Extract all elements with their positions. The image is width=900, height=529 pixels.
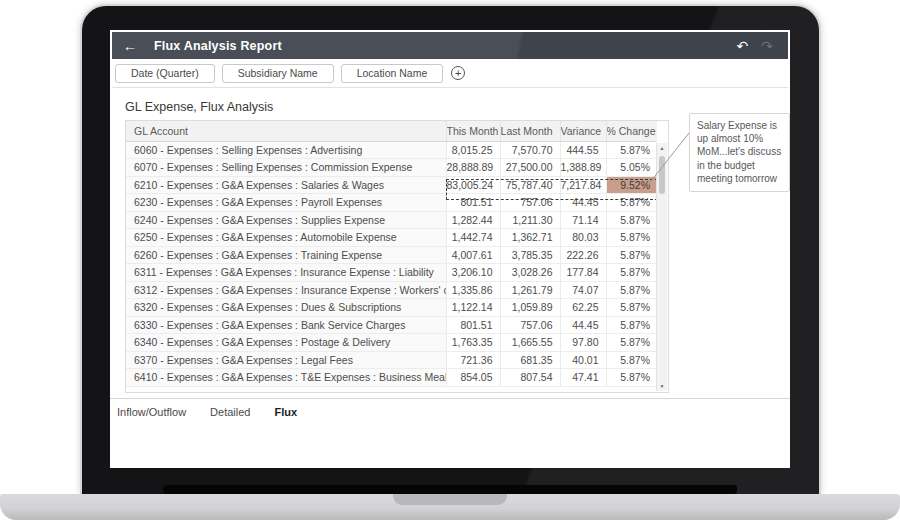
value-cell[interactable]: 681.35 <box>500 351 560 369</box>
value-cell[interactable]: 222.26 <box>560 246 606 264</box>
filter-chip-subsidiary-name[interactable]: Subsidiary Name <box>222 64 334 83</box>
gl-account-cell[interactable]: 6260 - Expenses : G&A Expenses : Trainin… <box>126 246 446 264</box>
value-cell[interactable]: 854.05 <box>446 369 500 387</box>
value-cell[interactable]: 40.01 <box>560 351 606 369</box>
gl-account-cell[interactable]: 6250 - Expenses : G&A Expenses : Automob… <box>126 229 446 247</box>
tab-flux[interactable]: Flux <box>274 406 297 418</box>
gl-account-cell[interactable]: 6240 - Expenses : G&A Expenses : Supplie… <box>126 211 446 229</box>
tab-detailed[interactable]: Detailed <box>210 406 250 418</box>
back-arrow-icon[interactable]: ← <box>123 39 137 53</box>
tab-inflow-outflow[interactable]: Inflow/Outflow <box>117 406 186 418</box>
value-cell[interactable]: 62.25 <box>560 299 606 317</box>
redo-icon[interactable]: ↷ <box>761 38 773 54</box>
column-header-this-month[interactable]: This Month <box>446 121 500 141</box>
gl-account-cell[interactable]: 6410 - Expenses : G&A Expenses : T&E Exp… <box>126 369 446 387</box>
value-cell[interactable]: 7,570.70 <box>500 141 560 159</box>
value-cell[interactable]: 1,211.30 <box>500 211 560 229</box>
value-cell[interactable]: 1,665.55 <box>500 334 560 352</box>
table-row[interactable]: 6370 - Expenses : G&A Expenses : Legal F… <box>126 351 657 369</box>
value-cell[interactable]: 28,888.89 <box>446 159 500 177</box>
value-cell[interactable]: 1,059.89 <box>500 299 560 317</box>
table-row[interactable]: 6312 - Expenses : G&A Expenses : Insuran… <box>126 281 657 299</box>
gl-account-cell[interactable]: 6311 - Expenses : G&A Expenses : Insuran… <box>126 264 446 282</box>
table-row[interactable]: 6240 - Expenses : G&A Expenses : Supplie… <box>126 211 657 229</box>
scroll-down-icon[interactable]: ▼ <box>657 383 667 389</box>
value-cell[interactable]: 4,007.61 <box>446 246 500 264</box>
value-cell[interactable]: 1,388.89 <box>560 159 606 177</box>
gl-account-cell[interactable]: 6060 - Expenses : Selling Expenses : Adv… <box>126 141 446 159</box>
table-row[interactable]: 6210 - Expenses : G&A Expenses : Salarie… <box>126 176 657 194</box>
filter-chip-date-quarter-[interactable]: Date (Quarter) <box>115 64 215 83</box>
gl-account-cell[interactable]: 6370 - Expenses : G&A Expenses : Legal F… <box>126 351 446 369</box>
gl-account-cell[interactable]: 6312 - Expenses : G&A Expenses : Insuran… <box>126 281 446 299</box>
value-cell[interactable]: 1,261.79 <box>500 281 560 299</box>
table-row[interactable]: 6070 - Expenses : Selling Expenses : Com… <box>126 159 657 177</box>
undo-icon[interactable]: ↶ <box>737 38 749 54</box>
gl-account-cell[interactable]: 6330 - Expenses : G&A Expenses : Bank Se… <box>126 316 446 334</box>
table-row[interactable]: 6260 - Expenses : G&A Expenses : Trainin… <box>126 246 657 264</box>
scroll-up-icon[interactable]: ▲ <box>657 145 667 151</box>
table-row[interactable]: 6330 - Expenses : G&A Expenses : Bank Se… <box>126 316 657 334</box>
table-row[interactable]: 6250 - Expenses : G&A Expenses : Automob… <box>126 229 657 247</box>
value-cell[interactable]: 757.06 <box>500 316 560 334</box>
table-row[interactable]: 6320 - Expenses : G&A Expenses : Dues & … <box>126 299 657 317</box>
value-cell[interactable]: 44.45 <box>560 194 606 212</box>
column-header-gl-account[interactable]: GL Account <box>126 121 446 141</box>
value-cell[interactable]: 7,217.84 <box>560 176 606 194</box>
value-cell[interactable]: 1,335.86 <box>446 281 500 299</box>
value-cell[interactable]: 5.87% <box>606 141 657 159</box>
value-cell[interactable]: 3,206.10 <box>446 264 500 282</box>
value-cell[interactable]: 757.06 <box>500 194 560 212</box>
value-cell[interactable]: 444.55 <box>560 141 606 159</box>
value-cell[interactable]: 5.87% <box>606 211 657 229</box>
value-cell[interactable]: 801.51 <box>446 194 500 212</box>
filter-chip-location-name[interactable]: Location Name <box>341 64 444 83</box>
table-row[interactable]: 6340 - Expenses : G&A Expenses : Postage… <box>126 334 657 352</box>
value-cell[interactable]: 47.41 <box>560 369 606 387</box>
value-cell[interactable]: 8,015.25 <box>446 141 500 159</box>
value-cell[interactable]: 5.87% <box>606 246 657 264</box>
table-row[interactable]: 6060 - Expenses : Selling Expenses : Adv… <box>126 141 657 159</box>
value-cell[interactable]: 5.87% <box>606 281 657 299</box>
value-cell[interactable]: 5.87% <box>606 229 657 247</box>
value-cell[interactable]: 721.36 <box>446 351 500 369</box>
value-cell[interactable]: 5.05% <box>606 159 657 177</box>
table-row[interactable]: 6311 - Expenses : G&A Expenses : Insuran… <box>126 264 657 282</box>
scrollbar-thumb[interactable] <box>659 156 665 194</box>
value-cell[interactable]: 1,282.44 <box>446 211 500 229</box>
value-cell[interactable]: 3,028.26 <box>500 264 560 282</box>
value-cell[interactable]: 27,500.00 <box>500 159 560 177</box>
gl-account-cell[interactable]: 6070 - Expenses : Selling Expenses : Com… <box>126 159 446 177</box>
value-cell[interactable]: 83,005.24 <box>446 176 500 194</box>
gl-account-cell[interactable]: 6210 - Expenses : G&A Expenses : Salarie… <box>126 176 446 194</box>
value-cell[interactable]: 1,122.14 <box>446 299 500 317</box>
value-cell[interactable]: 5.87% <box>606 264 657 282</box>
value-cell[interactable]: 44.45 <box>560 316 606 334</box>
add-filter-icon[interactable]: + <box>451 66 465 80</box>
value-cell[interactable]: 5.87% <box>606 369 657 387</box>
gl-account-cell[interactable]: 6340 - Expenses : G&A Expenses : Postage… <box>126 334 446 352</box>
value-cell[interactable]: 9.52% <box>606 176 657 194</box>
value-cell[interactable]: 177.84 <box>560 264 606 282</box>
gl-account-cell[interactable]: 6320 - Expenses : G&A Expenses : Dues & … <box>126 299 446 317</box>
value-cell[interactable]: 71.14 <box>560 211 606 229</box>
value-cell[interactable]: 5.87% <box>606 316 657 334</box>
value-cell[interactable]: 75,787.40 <box>500 176 560 194</box>
value-cell[interactable]: 5.87% <box>606 351 657 369</box>
value-cell[interactable]: 3,785.35 <box>500 246 560 264</box>
value-cell[interactable]: 5.87% <box>606 194 657 212</box>
value-cell[interactable]: 97.80 <box>560 334 606 352</box>
value-cell[interactable]: 801.51 <box>446 316 500 334</box>
value-cell[interactable]: 1,362.71 <box>500 229 560 247</box>
column-header-variance[interactable]: Variance <box>560 121 606 141</box>
table-scrollbar[interactable]: ▲ ▼ <box>656 143 667 391</box>
table-row[interactable]: 6230 - Expenses : G&A Expenses : Payroll… <box>126 194 657 212</box>
value-cell[interactable]: 5.87% <box>606 334 657 352</box>
column-header-pct-change[interactable]: % Change <box>606 121 657 141</box>
column-header-last-month[interactable]: Last Month <box>500 121 560 141</box>
value-cell[interactable]: 5.87% <box>606 299 657 317</box>
value-cell[interactable]: 807.54 <box>500 369 560 387</box>
table-row[interactable]: 6410 - Expenses : G&A Expenses : T&E Exp… <box>126 369 657 387</box>
value-cell[interactable]: 1,763.35 <box>446 334 500 352</box>
value-cell[interactable]: 74.07 <box>560 281 606 299</box>
